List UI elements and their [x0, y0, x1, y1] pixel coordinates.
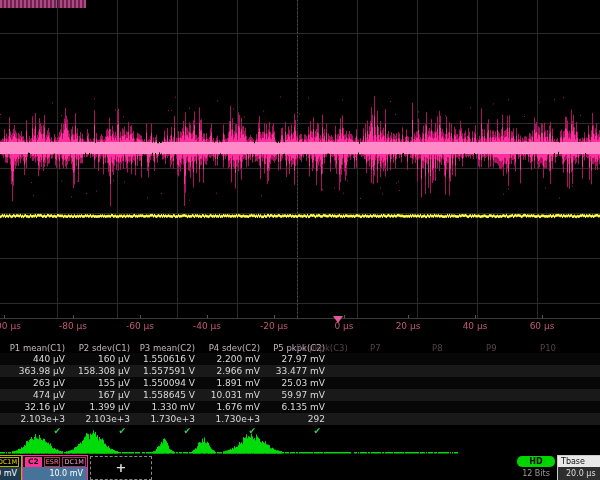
timebase-title: Tbase	[558, 456, 600, 467]
waveform-display[interactable]	[0, 0, 600, 322]
timebase-descriptor[interactable]: Tbase 20.0 µs	[557, 455, 600, 480]
measure-value: 25.03 mV	[262, 377, 325, 389]
measure-value: 2.200 mV	[197, 353, 260, 365]
oscilloscope-screen: -100 µs-80 µs-60 µs-40 µs-20 µs0 µs20 µs…	[0, 0, 600, 480]
hd-bits-label: 12 Bits	[511, 469, 561, 478]
table-row: 263 µV155 µV1.550094 V1.891 mV25.03 mV	[0, 377, 600, 389]
c2-coupling-tag: DC1M	[62, 457, 85, 467]
add-trace-button[interactable]: +	[90, 456, 152, 480]
c2-vdiv-value: 10.0 mV	[23, 467, 87, 480]
measure-value: 167 µV	[67, 389, 130, 401]
measure-value: 474 µV	[2, 389, 65, 401]
time-label: 40 µs	[463, 321, 488, 331]
channel-descriptor-c2[interactable]: C2 ESR DC1M 10.0 mV	[22, 455, 88, 480]
measure-value: 292	[262, 413, 325, 425]
measure-value: 1.676 mV	[197, 401, 260, 413]
measure-value: 158.308 µV	[67, 365, 130, 377]
measure-value: 2.103e+3	[67, 413, 130, 425]
measure-value: 6.135 mV	[262, 401, 325, 413]
measure-value: 1.730e+3	[132, 413, 195, 425]
measure-value: 1.891 mV	[197, 377, 260, 389]
trigger-position-marker[interactable]	[333, 316, 343, 323]
measure-value: 1.730e+3	[197, 413, 260, 425]
measure-value: 155 µV	[67, 377, 130, 389]
time-label: -40 µs	[193, 321, 221, 331]
measure-value: 263 µV	[2, 377, 65, 389]
measure-value: 32.16 µV	[2, 401, 65, 413]
measure-value: 2.966 mV	[197, 365, 260, 377]
c1-coupling-tag: DC1M	[0, 457, 19, 467]
measure-value: 1.550094 V	[132, 377, 195, 389]
time-label: -60 µs	[126, 321, 154, 331]
c2-badge: C2	[25, 457, 42, 467]
time-label: 20 µs	[396, 321, 421, 331]
measure-value: 363.98 µV	[2, 365, 65, 377]
table-row: 363.98 µV158.308 µV1.557591 V2.966 mV33.…	[0, 365, 600, 377]
channel-descriptor-c1[interactable]: C1 DC1M 10.0 mV	[0, 455, 22, 480]
table-row: 2.103e+32.103e+31.730e+31.730e+3292	[0, 413, 600, 425]
c1-vdiv-value: 10.0 mV	[0, 467, 21, 480]
measure-value: 1.558645 V	[132, 389, 195, 401]
time-label: -100 µs	[0, 321, 21, 331]
measure-value: 1.399 µV	[67, 401, 130, 413]
measure-value: 59.97 mV	[262, 389, 325, 401]
table-row: 474 µV167 µV1.558645 V10.031 mV59.97 mV	[0, 389, 600, 401]
table-row: 440 µV160 µV1.550616 V2.200 mV27.97 mV	[0, 353, 600, 365]
measure-value: 1.557591 V	[132, 365, 195, 377]
time-label: -20 µs	[260, 321, 288, 331]
hd-mode-badge[interactable]: HD	[517, 456, 555, 467]
measure-value: 10.031 mV	[197, 389, 260, 401]
measure-value: 33.477 mV	[262, 365, 325, 377]
measure-value: 2.103e+3	[2, 413, 65, 425]
measure-value: 440 µV	[2, 353, 65, 365]
time-label: 60 µs	[530, 321, 555, 331]
c2-esr-tag: ESR	[44, 457, 61, 467]
timebase-value: 20.0 µs	[558, 467, 600, 480]
time-label: -80 µs	[59, 321, 87, 331]
measure-value: 27.97 mV	[262, 353, 325, 365]
measure-value: 160 µV	[67, 353, 130, 365]
measure-value: 1.330 mV	[132, 401, 195, 413]
measure-value: 1.550616 V	[132, 353, 195, 365]
measure-histicons	[0, 426, 600, 456]
table-row: 32.16 µV1.399 µV1.330 mV1.676 mV6.135 mV	[0, 401, 600, 413]
